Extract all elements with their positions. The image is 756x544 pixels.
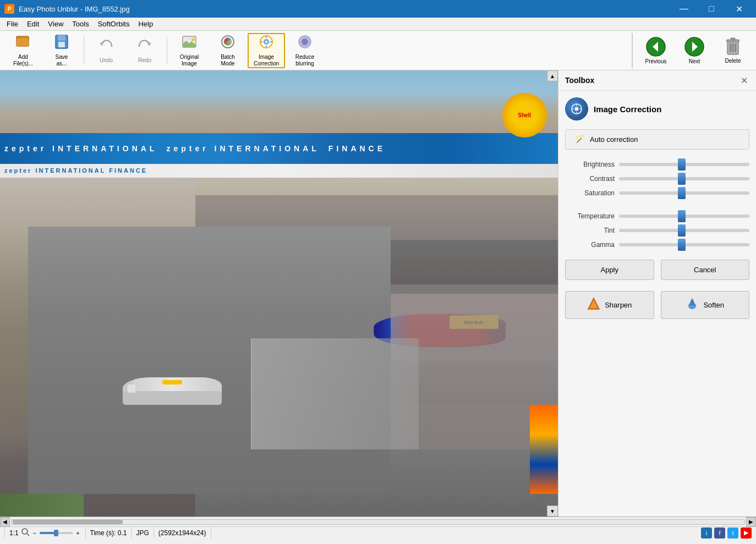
minimize-button[interactable]: — [671,0,697,18]
info-button[interactable]: i [701,527,712,538]
safety-car [123,377,222,405]
maximize-button[interactable]: □ [699,0,724,18]
tint-slider[interactable] [619,229,749,232]
banner-strip: zepter INTERNATIONAL zepter INTERNATIONA… [0,133,558,164]
fence-marker [530,405,558,494]
redo-label: Redo [138,57,151,63]
right-toolbar: Previous Next Delete [632,33,752,68]
svg-rect-1 [17,39,29,46]
soften-button[interactable]: Soften [661,291,750,319]
svg-point-8 [191,38,195,41]
contrast-slider[interactable] [619,177,749,180]
sharpen-icon [587,297,600,313]
dimensions-segment: (2592x1944x24) [154,527,211,538]
reduce-blurring-icon [297,34,313,53]
image-area: zepter INTERNATIONAL zepter INTERNATIONA… [0,70,558,516]
delete-label: Delete [725,58,741,64]
menu-file[interactable]: File [2,19,23,29]
svg-rect-22 [735,43,736,52]
time-segment: Time (s): 0.1 [86,527,132,538]
previous-label: Previous [645,58,667,64]
scroll-track[interactable] [11,519,745,525]
original-image-button[interactable]: OriginalImage [171,33,208,68]
undo-button[interactable]: Undo [87,33,125,68]
zoom-minus-button[interactable]: − [32,530,37,536]
separator-1 [84,37,84,64]
zoom-slider-track[interactable] [40,532,73,534]
reduce-blurring-button[interactable]: Reduceblurring [286,33,324,68]
menu-view[interactable]: View [43,19,68,29]
undo-label: Undo [100,57,113,63]
brightness-label: Brightness [565,161,615,168]
saturation-label: Saturation [565,189,615,197]
auto-correction-button[interactable]: 🪄 Auto correction [565,129,749,150]
image-correction-icon [259,34,274,53]
titlebar-left: P Easy Photo Unblur - IMG_8552.jpg [4,4,130,14]
add-files-icon [15,34,31,53]
apply-button[interactable]: Apply [565,260,654,280]
soften-icon [686,297,699,313]
previous-button[interactable]: Previous [637,33,675,68]
svg-rect-20 [730,43,731,52]
scroll-up-arrow[interactable]: ▲ [547,70,558,81]
banner-text: zepter INTERNATIONAL [0,144,162,153]
toolbox-panel: Toolbox ✕ Image Correction 🪄 Auto correc… [558,70,756,516]
image-correction-button[interactable]: ImageCorrection [248,33,285,68]
youtube-button[interactable]: ▶ [741,527,752,538]
delete-icon [724,37,742,58]
svg-line-32 [27,534,29,536]
shell-logo: Shell [502,93,547,138]
menu-help[interactable]: Help [134,19,157,29]
batch-mode-button[interactable]: BatchMode [209,33,246,68]
app-icon: P [4,4,14,14]
svg-point-14 [302,39,308,45]
image-correction-label: ImageCorrection [254,54,279,67]
facebook-button[interactable]: f [714,527,725,538]
titlebar: P Easy Photo Unblur - IMG_8552.jpg — □ ✕ [0,0,756,18]
reduce-blurring-label: Reduceblurring [295,54,314,67]
white-strip-text: zepter INTERNATIONAL FINANCE [0,167,152,174]
scroll-thumb [13,520,123,524]
menu-tools[interactable]: Tools [68,19,93,29]
next-icon [684,36,705,58]
saturation-slider[interactable] [619,191,749,195]
cancel-button[interactable]: Cancel [661,260,750,280]
zoom-icon [21,527,30,538]
toolbox-close-button[interactable]: ✕ [738,75,749,86]
svg-marker-6 [147,42,151,45]
banner-text-2: zepter INTERNATIONAL [162,144,324,153]
next-label: Next [689,58,700,64]
original-image-label: OriginalImage [180,54,199,67]
gamma-slider[interactable] [619,243,749,246]
format-label: JPG [136,529,149,537]
section-title: Image Correction [594,105,661,114]
close-button[interactable]: ✕ [726,0,752,18]
gamma-label: Gamma [565,241,615,249]
svg-point-30 [690,305,694,307]
save-as-button[interactable]: Saveas... [43,33,80,68]
temperature-slider[interactable] [619,215,749,218]
brightness-slider[interactable] [619,163,749,166]
toolbox-header: Toolbox ✕ [558,70,756,91]
menu-softorbits[interactable]: SoftOrbits [94,19,134,29]
scroll-right-button[interactable]: ▶ [746,517,756,527]
separator-2 [167,37,167,64]
scroll-down-arrow[interactable]: ▼ [547,505,558,516]
svg-rect-24 [731,38,735,40]
twitter-button[interactable]: t [727,527,738,538]
sharpen-button[interactable]: Sharpen [565,291,654,319]
delete-button[interactable]: Delete [714,33,752,68]
menu-edit[interactable]: Edit [23,19,43,29]
add-files-button[interactable]: AddFile(s)... [4,33,42,68]
scroll-left-button[interactable]: ◀ [0,517,10,527]
temperature-label: Temperature [565,212,615,220]
statusbar: 1:1 − + Time (s): 0.1 JPG (2592x1944x24)… [0,526,756,538]
zoom-plus-button[interactable]: + [75,530,80,536]
next-button[interactable]: Next [676,33,713,68]
toolbar: AddFile(s)... Saveas... Undo Redo Origin… [0,31,756,70]
section-header: Image Correction [565,97,749,120]
svg-point-26 [575,107,579,111]
save-icon [54,34,69,53]
batch-mode-icon [220,34,235,53]
redo-button[interactable]: Redo [126,33,163,68]
